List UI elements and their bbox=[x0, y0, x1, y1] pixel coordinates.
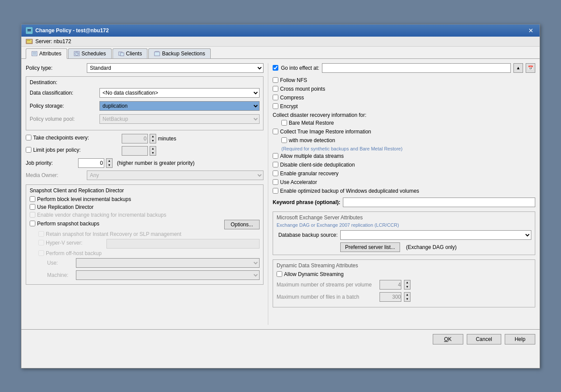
use-accelerator-checkbox[interactable] bbox=[273, 179, 278, 185]
perform-snapshot-row: Perform snapshot backups Options... bbox=[30, 220, 260, 229]
datetime-spin-up[interactable]: ▲ bbox=[513, 63, 523, 73]
compress-label: Compress bbox=[280, 95, 304, 101]
go-into-effect-label: Go into effect at: bbox=[281, 65, 319, 71]
perform-snapshot-checkbox[interactable] bbox=[30, 221, 35, 226]
use-replication-label: Use Replication Director bbox=[37, 204, 93, 210]
retain-snapshot-row: Retain snapshot for Instant Recovery or … bbox=[38, 231, 260, 237]
allow-dynamic-checkbox[interactable] bbox=[277, 271, 282, 277]
allow-multiple-checkbox[interactable] bbox=[273, 153, 278, 159]
job-priority-spin-up[interactable]: ▲ bbox=[106, 159, 112, 163]
content-area: Policy type: Standard Destination: Data … bbox=[21, 59, 540, 329]
preferred-row: Preferred server list... (Exchange DAG o… bbox=[277, 242, 531, 252]
tab-clients[interactable]: Clients bbox=[113, 48, 148, 58]
enable-vendor-row: Enable vendor change tracking for increm… bbox=[30, 212, 260, 218]
policy-volume-pool-row: Policy volume pool: NetBackup bbox=[30, 114, 260, 124]
media-owner-row: Media Owner: Any bbox=[26, 170, 263, 180]
job-priority-note: (higher number is greater priority) bbox=[117, 160, 195, 166]
compress-checkbox[interactable] bbox=[273, 95, 278, 100]
hyper-v-checkbox bbox=[38, 240, 44, 245]
perform-block-row: Perform block level incremental backups bbox=[30, 196, 260, 202]
limit-jobs-spin-down: ▼ bbox=[150, 151, 156, 155]
enable-optimized-label: Enable optimized backup of Windows dedup… bbox=[280, 188, 419, 194]
tab-attributes[interactable]: Attributes bbox=[26, 48, 67, 59]
policy-type-label: Policy type: bbox=[26, 65, 87, 71]
allow-dynamic-row: Allow Dynamic Streaming bbox=[277, 271, 531, 277]
synthetic-note: (Required for synthetic backups and Bare… bbox=[281, 146, 535, 151]
media-owner-select: Any bbox=[87, 170, 263, 180]
policy-storage-select[interactable]: duplication bbox=[99, 101, 260, 111]
max-files-spin-down: ▼ bbox=[404, 297, 410, 301]
go-into-effect-checkbox[interactable] bbox=[273, 65, 278, 71]
dag-only-label: (Exchange DAG only) bbox=[406, 244, 457, 250]
cross-mount-checkbox[interactable] bbox=[273, 86, 278, 92]
preferred-server-button[interactable]: Preferred server list... bbox=[340, 242, 400, 252]
max-files-spin-up: ▲ bbox=[404, 293, 410, 297]
policy-volume-pool-label: Policy volume pool: bbox=[30, 116, 99, 122]
follow-nfs-label: Follow NFS bbox=[280, 77, 307, 83]
dynamic-streaming-title: Dynamic Data Streaming Attributes bbox=[277, 262, 531, 269]
tab-backup-selections[interactable]: Backup Selections bbox=[148, 48, 211, 58]
machine-select bbox=[76, 270, 260, 280]
take-checkpoints-checkbox[interactable] bbox=[26, 135, 31, 140]
collect-tir-checkbox[interactable] bbox=[273, 129, 278, 134]
with-move-checkbox[interactable] bbox=[281, 137, 287, 143]
collect-tir-row: Collect True Image Restore information bbox=[273, 129, 535, 135]
cross-mount-row: Cross mount points bbox=[273, 86, 535, 92]
job-priority-spin-buttons[interactable]: ▲ ▼ bbox=[106, 158, 113, 168]
bare-metal-checkbox[interactable] bbox=[281, 120, 287, 126]
max-streams-row: Maximum number of streams per volume ▲ ▼ bbox=[277, 280, 531, 290]
job-priority-spin-down[interactable]: ▼ bbox=[106, 163, 112, 167]
datetime-input[interactable]: Feb 21, 2024 7:01:47 AM bbox=[322, 63, 511, 73]
tab-schedules-label: Schedules bbox=[82, 51, 106, 57]
checkpoints-spin-down: ▼ bbox=[150, 139, 156, 143]
db-backup-source-select[interactable] bbox=[340, 230, 531, 240]
datetime-calendar[interactable]: 📅 bbox=[526, 63, 535, 73]
disable-dedup-checkbox[interactable] bbox=[273, 162, 278, 167]
hyper-v-row: Hyper-V server: bbox=[38, 239, 260, 249]
close-button[interactable]: ✕ bbox=[527, 27, 535, 34]
help-button[interactable]: Help bbox=[505, 334, 535, 344]
keyword-input[interactable] bbox=[343, 198, 535, 207]
ok-button[interactable]: OK bbox=[433, 334, 463, 344]
perform-block-label: Perform block level incremental backups bbox=[37, 196, 131, 202]
limit-jobs-label: Limit jobs per policy: bbox=[33, 147, 81, 153]
use-row: Use: bbox=[47, 258, 260, 268]
job-priority-spinbox[interactable] bbox=[78, 158, 104, 168]
cancel-button[interactable]: Cancel bbox=[467, 334, 501, 344]
limit-jobs-spin-buttons: ▲ ▼ bbox=[150, 146, 156, 156]
collect-tir-label: Collect True Image Restore information bbox=[280, 129, 371, 135]
data-classification-row: Data classification: <No data classifica… bbox=[30, 88, 260, 98]
dynamic-streaming-group: Dynamic Data Streaming Attributes Allow … bbox=[273, 259, 535, 307]
enable-granular-row: Enable granular recovery bbox=[273, 170, 535, 177]
policy-type-select[interactable]: Standard bbox=[87, 63, 263, 73]
perform-block-checkbox[interactable] bbox=[30, 196, 35, 202]
take-checkpoints-label: Take checkpoints every: bbox=[33, 135, 89, 141]
tab-schedules[interactable]: Schedules bbox=[68, 48, 112, 58]
encrypt-checkbox[interactable] bbox=[273, 103, 278, 109]
follow-nfs-checkbox[interactable] bbox=[273, 77, 278, 83]
window-icon bbox=[26, 27, 33, 34]
clients-tab-icon bbox=[118, 51, 124, 56]
retain-snapshot-checkbox bbox=[38, 231, 44, 237]
exchange-dag-text: Exchange DAG or Exchange 2007 replicatio… bbox=[277, 222, 531, 228]
enable-optimized-checkbox[interactable] bbox=[273, 188, 278, 194]
tab-attributes-label: Attributes bbox=[39, 51, 62, 57]
use-replication-checkbox[interactable] bbox=[30, 204, 35, 210]
cancel-label: Cancel bbox=[476, 336, 492, 342]
options-button[interactable]: Options... bbox=[224, 220, 260, 229]
hyper-v-input bbox=[106, 239, 260, 249]
data-classification-select[interactable]: <No data classification> bbox=[99, 88, 260, 98]
server-label: Server: nbu172 bbox=[35, 38, 71, 44]
limit-jobs-checkbox[interactable] bbox=[26, 147, 31, 153]
title-bar: Change Policy - test@nbu172 ✕ bbox=[21, 24, 540, 37]
limit-jobs-row: Limit jobs per policy: ▲ ▼ bbox=[26, 146, 263, 156]
tabs-bar: Attributes Schedules Clients Backup Sele… bbox=[21, 47, 540, 59]
allow-dynamic-label: Allow Dynamic Streaming bbox=[284, 271, 344, 277]
enable-granular-checkbox[interactable] bbox=[273, 170, 278, 176]
destination-group: Destination: Data classification: <No da… bbox=[26, 76, 263, 130]
window-title: Change Policy - test@nbu172 bbox=[35, 27, 109, 34]
max-streams-spin-down: ▼ bbox=[404, 285, 410, 289]
checkpoints-spinbox bbox=[122, 134, 148, 143]
with-move-row: with move detection bbox=[281, 137, 535, 143]
enable-granular-label: Enable granular recovery bbox=[280, 170, 339, 177]
